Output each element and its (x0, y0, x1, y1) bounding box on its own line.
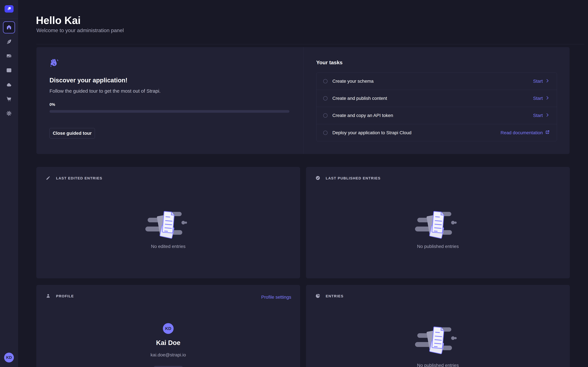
task-label: Create your schema (332, 79, 373, 84)
cloud-icon (6, 82, 12, 88)
empty-state-text: No edited entries (37, 244, 300, 249)
profile-widget: PROFILE Profile settings KD Kai Doe kai.… (36, 285, 300, 367)
profile-name: Kai Doe (37, 339, 300, 346)
last-published-entries-widget: LAST PUBLISHED ENTRIES (306, 167, 570, 278)
sidebar-item-content-manager[interactable] (3, 64, 15, 76)
empty-state-text: No published entries (306, 244, 570, 249)
task-label: Deploy your application to Strapi Cloud (332, 130, 411, 135)
task-row[interactable]: Create and publish content Start (316, 90, 557, 107)
sidebar-item-cloud[interactable] (3, 79, 15, 91)
profile-settings-link[interactable]: Profile settings (261, 295, 291, 300)
strapi-logo-icon (7, 6, 12, 12)
pencil-icon (46, 175, 51, 181)
layout-icon (6, 67, 12, 74)
task-start-link[interactable]: Start (533, 95, 550, 101)
progress-bar (50, 110, 289, 113)
task-action-label: Start (533, 113, 543, 118)
entries-widget: ENTRIES No published en (306, 285, 570, 367)
strapi-admin-dashboard: KD Hello Kai Welcome to your administrat… (0, 0, 588, 367)
task-radio[interactable] (323, 113, 328, 118)
task-row[interactable]: Deploy your application to Strapi Cloud … (316, 124, 557, 141)
empty-documents-illustration (415, 207, 461, 241)
sidebar-item-media-library[interactable] (3, 50, 15, 62)
task-list: Create your schema Start Create and publ… (316, 73, 557, 141)
sidebar: KD (0, 0, 18, 367)
widget-title: PROFILE (56, 294, 74, 298)
header-divider (36, 44, 584, 44)
task-start-link[interactable]: Start (533, 78, 550, 84)
guided-tour-title: Discover your application! (50, 77, 127, 84)
task-label: Create and copy an API token (332, 113, 393, 118)
home-icon (6, 24, 12, 31)
task-radio[interactable] (323, 79, 328, 83)
feather-icon (6, 39, 12, 45)
progress-label: 0% (50, 102, 55, 107)
profile-email: kai.doe@strapi.io (37, 352, 300, 358)
profile-role-badge (153, 366, 183, 367)
sidebar-item-settings[interactable] (3, 108, 15, 120)
profile-avatar: KD (163, 323, 174, 334)
gear-icon (6, 110, 12, 117)
task-action-label: Start (533, 79, 543, 84)
images-icon (6, 53, 12, 59)
task-row[interactable]: Create your schema Start (316, 73, 557, 90)
page-subtitle: Welcome to your administration panel (36, 27, 124, 33)
empty-documents-illustration (415, 323, 461, 356)
widget-title: LAST PUBLISHED ENTRIES (326, 176, 380, 180)
panel-vertical-divider (303, 47, 303, 154)
widget-title: LAST EDITED ENTRIES (56, 176, 102, 180)
pie-chart-icon (315, 293, 320, 299)
task-radio[interactable] (323, 96, 328, 100)
read-documentation-link[interactable]: Read documentation (501, 130, 550, 136)
empty-state-text: No published entries (306, 363, 570, 367)
guided-tour-panel: Discover your application! Follow the gu… (36, 47, 570, 154)
sidebar-item-marketplace[interactable] (3, 93, 15, 105)
task-row[interactable]: Create and copy an API token Start (316, 107, 557, 124)
sidebar-item-content-type-builder[interactable] (3, 36, 15, 48)
chevron-right-icon (545, 78, 550, 84)
chevron-right-icon (545, 113, 550, 119)
empty-documents-illustration (145, 207, 191, 241)
strapi-logo[interactable] (5, 5, 14, 13)
page-title: Hello Kai (36, 14, 81, 26)
external-link-icon (545, 130, 550, 136)
sidebar-divider (0, 18, 18, 18)
user-icon (46, 293, 51, 299)
widget-title: ENTRIES (326, 294, 344, 298)
user-avatar[interactable]: KD (4, 353, 14, 362)
last-edited-entries-widget: LAST EDITED ENTRIES No (36, 167, 300, 278)
check-circle-icon (315, 175, 320, 181)
guided-tour-subtitle: Follow the guided tour to get the most o… (50, 88, 161, 94)
task-label: Create and publish content (332, 96, 387, 101)
sidebar-item-home[interactable] (3, 21, 15, 33)
task-action-label: Start (533, 96, 543, 101)
cart-icon (6, 96, 12, 102)
chevron-right-icon (545, 95, 550, 101)
task-radio[interactable] (323, 131, 328, 135)
tasks-title: Your tasks (316, 59, 343, 66)
task-action-label: Read documentation (501, 130, 543, 135)
task-start-link[interactable]: Start (533, 113, 550, 119)
wave-hand-icon (49, 58, 59, 68)
close-guided-tour-button[interactable]: Close guided tour (50, 128, 95, 139)
